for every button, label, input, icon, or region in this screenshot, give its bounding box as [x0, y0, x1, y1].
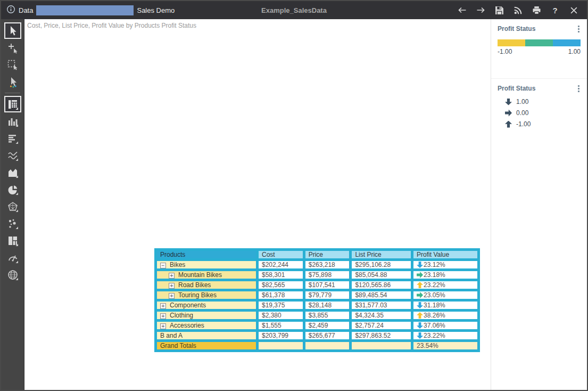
tool-scatter-chart-icon[interactable]: [4, 215, 21, 232]
tool-gauge-icon[interactable]: [4, 249, 21, 266]
gradient-segment-0: [498, 39, 525, 46]
row-label-cell: +Clothing: [156, 311, 258, 321]
arrow-down-icon: [505, 99, 512, 105]
document-title: Example_SalesData: [261, 6, 327, 14]
profit-value: 38.26%: [424, 312, 445, 319]
visualization-toolbar: [1, 19, 24, 390]
arrow-up-icon: [505, 121, 512, 128]
gradient-segment-1: [525, 39, 553, 46]
help-button[interactable]: ?: [548, 3, 562, 17]
chart-title: Cost, Price, List Price, Profit Value by…: [27, 22, 196, 29]
table-header-row: ProductsCostPriceList PriceProfit Value: [156, 250, 479, 260]
table-row: −Bikes$202,244$263,218$295,106.2823.12%: [156, 260, 479, 270]
expand-toggle-icon[interactable]: +: [160, 323, 166, 329]
print-button[interactable]: [529, 3, 543, 17]
profit-value-cell: 37.06%: [412, 321, 479, 331]
tool-pie-chart-icon[interactable]: [4, 181, 21, 198]
redacted-data-source-name: [36, 5, 134, 15]
gradient-min-label: -1.00: [498, 48, 512, 55]
tool-bar-chart-icon[interactable]: [4, 113, 21, 129]
row-label: Mountain Bikes: [178, 271, 222, 279]
feed-button[interactable]: [511, 3, 525, 17]
table-row: +Mountain Bikes$58,301$75,898$85,054.882…: [156, 270, 479, 280]
list-price-cell: $297,863.52: [351, 331, 412, 341]
gradient-legend-card: Profit Status -1.00 1.00: [491, 19, 587, 79]
tool-area-chart-icon[interactable]: [4, 164, 21, 181]
legend-item-label: 1.00: [516, 98, 528, 105]
gradient-segment-2: [553, 39, 581, 46]
profit-value: 23.05%: [424, 291, 445, 299]
cost-cell: $202,244: [257, 260, 304, 270]
row-label: Clothing: [170, 312, 193, 319]
profit-value: 23.18%: [424, 271, 445, 279]
grand-list-price-cell: [351, 341, 412, 351]
tool-hbar-chart-icon[interactable]: [4, 130, 21, 146]
list-price-cell: $4,324.35: [351, 311, 412, 321]
row-label: Components: [170, 302, 206, 309]
dashboard-canvas: Cost, Price, List Price, Profit Value by…: [24, 19, 491, 390]
table-row: +Touring Bikes$61,378$79,779$89,485.5423…: [156, 290, 479, 300]
row-label: Bikes: [170, 261, 185, 268]
back-button[interactable]: [455, 3, 469, 17]
data-source-label: Data: [19, 6, 33, 14]
close-button[interactable]: [567, 3, 581, 17]
column-header-cost[interactable]: Cost: [257, 250, 304, 260]
grand-cost-cell: [257, 341, 304, 351]
expand-toggle-icon[interactable]: +: [160, 313, 166, 319]
arrow-legend-menu-icon[interactable]: [577, 85, 581, 93]
row-label-cell: +Components: [156, 300, 258, 311]
toolbar-divider: [5, 93, 20, 93]
expand-toggle-icon[interactable]: +: [169, 283, 175, 289]
collapse-toggle-icon[interactable]: −: [160, 263, 166, 268]
profit-value-cell: 23.12%: [412, 260, 479, 270]
arrow-legend-card: Profit Status 1.000.00-1.00: [491, 79, 587, 128]
column-header-products[interactable]: Products: [156, 250, 258, 260]
row-label: Accessories: [170, 322, 204, 329]
forward-button[interactable]: [474, 3, 487, 17]
column-header-profit-value[interactable]: Profit Value: [412, 250, 479, 260]
price-cell: $28,148: [304, 300, 351, 311]
grand-profit-value-cell: 23.54%: [412, 341, 479, 351]
table-row: +Components$19,375$28,148$31,577.0331.18…: [156, 300, 479, 311]
tool-treemap-icon[interactable]: [4, 232, 21, 249]
arrow-down-icon: [417, 322, 423, 329]
expand-toggle-icon[interactable]: +: [169, 273, 175, 279]
row-label: B and A: [160, 332, 183, 339]
tool-lasso-select-icon[interactable]: [4, 74, 21, 90]
tool-pivot-grid-icon[interactable]: [4, 96, 21, 112]
tool-pointer-icon[interactable]: [4, 22, 21, 39]
legend-item: 0.00: [505, 109, 581, 117]
table-row: +Clothing$2,380$3,855$4,324.3538.26%: [156, 311, 479, 321]
arrow-legend-items: 1.000.00-1.00: [498, 98, 581, 128]
grand-totals-label: Grand Totals: [156, 341, 258, 351]
column-header-price[interactable]: Price: [304, 250, 351, 260]
arrow-up-icon: [417, 312, 423, 319]
expand-toggle-icon[interactable]: +: [160, 303, 166, 309]
info-icon[interactable]: [6, 5, 15, 16]
list-price-cell: $85,054.88: [351, 270, 412, 280]
cost-cell: $19,375: [257, 300, 304, 311]
list-price-cell: $31,577.03: [351, 300, 412, 311]
cost-cell: $61,378: [257, 290, 304, 300]
gradient-color-bar: [498, 39, 581, 46]
list-price-cell: $2,757.24: [351, 321, 412, 331]
column-header-list-price[interactable]: List Price: [351, 250, 412, 260]
title-bar: Data Sales Demo Example_SalesData ?: [1, 1, 587, 19]
expand-toggle-icon[interactable]: +: [169, 293, 175, 299]
price-cell: $265,677: [304, 331, 351, 341]
price-cell: $79,779: [304, 290, 351, 300]
gradient-legend-title: Profit Status: [498, 25, 535, 32]
tool-radar-chart-icon[interactable]: [4, 198, 21, 215]
arrow-legend-title: Profit Status: [498, 85, 535, 92]
tool-add-point-icon[interactable]: [4, 39, 21, 56]
gradient-legend-menu-icon[interactable]: [577, 25, 581, 33]
tool-line-chart-icon[interactable]: [4, 147, 21, 164]
table-row: +Accessories$1,555$2,459$2,757.2437.06%: [156, 321, 479, 331]
legend-item-label: 0.00: [516, 109, 528, 117]
tool-marquee-select-icon[interactable]: [4, 56, 21, 73]
price-cell: $75,898: [304, 270, 351, 280]
profit-value: 23.22%: [424, 281, 445, 289]
grand-price-cell: [304, 341, 351, 351]
save-button[interactable]: [492, 3, 506, 17]
tool-map-icon[interactable]: [4, 266, 21, 283]
